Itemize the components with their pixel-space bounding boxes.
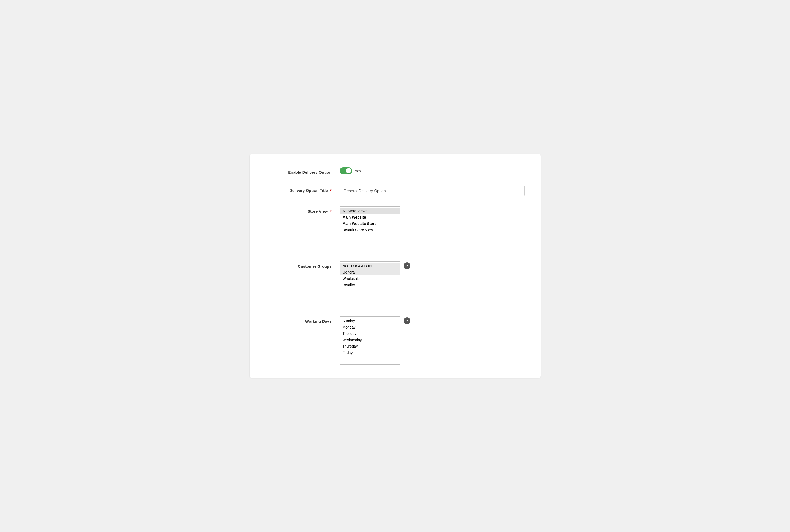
customer-option-general[interactable]: General — [340, 269, 400, 276]
required-star: * — [330, 188, 332, 193]
settings-card: Enable Delivery Option Yes Delivery Opti… — [250, 154, 540, 378]
day-option-tuesday[interactable]: Tuesday — [340, 330, 400, 337]
customer-option-wholesale[interactable]: Wholesale — [340, 276, 400, 282]
store-required-star: * — [330, 209, 332, 213]
day-option-monday[interactable]: Monday — [340, 324, 400, 330]
store-option-default[interactable]: Default Store View — [340, 227, 400, 233]
customer-groups-label-text: Customer Groups — [298, 264, 332, 268]
customer-groups-help-icon[interactable]: ? — [404, 262, 410, 269]
delivery-title-row: Delivery Option Title * — [265, 186, 525, 196]
delivery-title-control — [339, 186, 525, 196]
store-view-label: Store View * — [265, 206, 339, 214]
day-option-wednesday[interactable]: Wednesday — [340, 337, 400, 343]
working-days-help-icon[interactable]: ? — [404, 318, 410, 324]
working-days-listbox-wrapper: Sunday Monday Tuesday Wednesday Thursday… — [339, 316, 400, 365]
customer-groups-row: Customer Groups NOT LOGGED IN General Wh… — [265, 261, 525, 306]
store-option-main-website[interactable]: Main Website — [340, 214, 400, 221]
day-option-friday[interactable]: Friday — [340, 349, 400, 356]
customer-option-retailer[interactable]: Retailer — [340, 282, 400, 288]
customer-groups-label: Customer Groups — [265, 261, 339, 269]
customer-option-not-logged-in[interactable]: NOT LOGGED IN — [340, 263, 400, 269]
store-option-all[interactable]: All Store Views — [340, 208, 400, 214]
delivery-title-label: Delivery Option Title * — [265, 186, 339, 193]
store-view-control: All Store Views Main Website Main Websit… — [339, 206, 525, 251]
working-days-row: Working Days Sunday Monday Tuesday Wedne… — [265, 316, 525, 365]
customer-groups-listbox-wrapper: NOT LOGGED IN General Wholesale Retailer — [339, 261, 400, 306]
working-days-label: Working Days — [265, 316, 339, 324]
enable-toggle[interactable] — [339, 167, 352, 174]
day-option-sunday[interactable]: Sunday — [340, 318, 400, 324]
store-option-main-website-store[interactable]: Main Website Store — [340, 221, 400, 227]
store-view-label-text: Store View — [308, 209, 328, 213]
toggle-yes-label: Yes — [355, 169, 361, 173]
toggle-wrapper: Yes — [339, 167, 361, 174]
delivery-title-input[interactable] — [339, 186, 525, 196]
store-view-select[interactable]: All Store Views Main Website Main Websit… — [340, 207, 400, 250]
store-view-listbox-wrapper: All Store Views Main Website Main Websit… — [339, 206, 400, 251]
enable-delivery-row: Enable Delivery Option Yes — [265, 167, 525, 175]
enable-delivery-label: Enable Delivery Option — [265, 167, 339, 175]
customer-groups-control: NOT LOGGED IN General Wholesale Retailer… — [339, 261, 525, 306]
working-days-label-text: Working Days — [305, 319, 332, 323]
store-view-row: Store View * All Store Views Main Websit… — [265, 206, 525, 251]
enable-label-text: Enable Delivery Option — [288, 170, 331, 174]
delivery-title-label-text: Delivery Option Title — [289, 188, 328, 193]
enable-delivery-control: Yes — [339, 167, 525, 174]
working-days-select[interactable]: Sunday Monday Tuesday Wednesday Thursday… — [340, 317, 400, 364]
customer-groups-select[interactable]: NOT LOGGED IN General Wholesale Retailer — [340, 262, 400, 305]
toggle-slider — [339, 167, 352, 174]
day-option-thursday[interactable]: Thursday — [340, 343, 400, 349]
working-days-control: Sunday Monday Tuesday Wednesday Thursday… — [339, 316, 525, 365]
